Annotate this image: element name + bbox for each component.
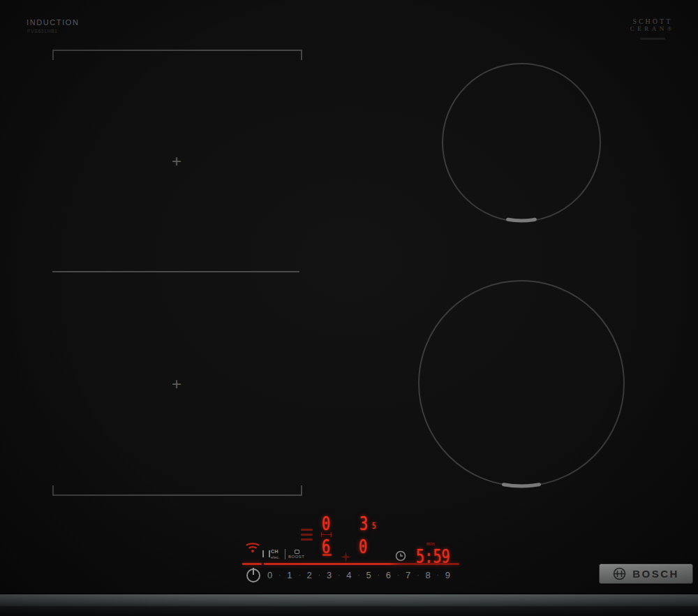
slider-number-0[interactable]: 0: [267, 570, 272, 580]
front-edge-shadow: [0, 606, 698, 616]
slider-number-7[interactable]: 7: [406, 570, 410, 580]
schott-line: SCHOTT: [630, 17, 675, 25]
bosch-wordmark: BOSCH: [632, 568, 679, 580]
printed-label-top: CH: [271, 549, 279, 554]
flex-zone-front-center-mark: +: [166, 374, 187, 395]
printed-divider: [285, 549, 285, 559]
bosch-emblem-icon: [613, 567, 626, 580]
burner-zone-rear-right: [441, 62, 602, 223]
display-front-right-level[interactable]: 0: [359, 537, 367, 556]
power-level-slider[interactable]: 0 · 1 · 2 · 3 · 4 · 5 · 6 · 7 · 8 · 9: [267, 569, 450, 581]
flex-zone-front-bracket: [52, 485, 302, 496]
boost-glyph-icon: [295, 550, 299, 554]
wifi-underline-led: [242, 563, 262, 565]
slider-dot: ·: [417, 571, 419, 579]
selected-zone-marker: [322, 554, 332, 556]
front-bevel-edge: [0, 594, 698, 606]
ceran-line: CERAN®: [630, 25, 675, 32]
wifi-icon[interactable]: [245, 541, 260, 553]
induction-label: INDUCTION: [27, 18, 80, 27]
cooktop-surface: INDUCTION PVS631HB1 SCHOTT CERAN® + + CH…: [0, 0, 698, 616]
power-button[interactable]: [245, 566, 262, 583]
timer-clock-icon[interactable]: [395, 550, 406, 562]
schott-fineprint: [640, 38, 665, 40]
slider-number-3[interactable]: 3: [327, 570, 332, 580]
boost-label: BOOST: [288, 555, 305, 559]
slider-dot: ·: [397, 571, 399, 579]
slider-dot: ·: [357, 571, 359, 579]
slider-number-8[interactable]: 8: [425, 570, 430, 580]
settings-lines-icon: [301, 529, 313, 543]
schott-ceran-logo: SCHOTT CERAN®: [630, 17, 675, 40]
slider-dot: ·: [436, 571, 438, 579]
slider-number-9[interactable]: 9: [445, 570, 450, 580]
pan-stack-icon: [262, 550, 270, 557]
printed-label-bottom: elec.: [271, 555, 280, 559]
slider-dot: ·: [298, 571, 300, 579]
pan-position-tick: [504, 485, 540, 486]
display-rear-right-level[interactable]: 3: [359, 514, 368, 533]
slider-dot: ·: [378, 571, 380, 579]
display-rear-left-level[interactable]: 0: [322, 514, 330, 533]
slider-number-2[interactable]: 2: [307, 570, 312, 580]
slider-dot: ·: [279, 571, 281, 579]
pan-position-tick: [508, 219, 535, 221]
display-rear-right-half-step: 5: [372, 521, 376, 530]
slider-number-5[interactable]: 5: [366, 570, 371, 580]
flex-zone-rear-center-mark: +: [166, 152, 187, 173]
slider-dot: ·: [318, 571, 320, 579]
slider-dot: ·: [338, 571, 340, 579]
flex-zone-divider-line: [52, 271, 299, 272]
burner-zone-front-right: [417, 279, 626, 488]
flex-zone-rear-bracket: [52, 50, 302, 60]
sparkle-icon: [341, 552, 351, 562]
display-front-left-level[interactable]: 6: [322, 537, 330, 556]
panel-underline-led: [264, 563, 459, 565]
model-number: PVS631HB1: [27, 29, 58, 34]
slider-number-1[interactable]: 1: [287, 570, 292, 580]
slider-number-6[interactable]: 6: [386, 570, 391, 580]
slider-number-4[interactable]: 4: [346, 570, 351, 580]
bosch-badge: BOSCH: [599, 564, 693, 584]
